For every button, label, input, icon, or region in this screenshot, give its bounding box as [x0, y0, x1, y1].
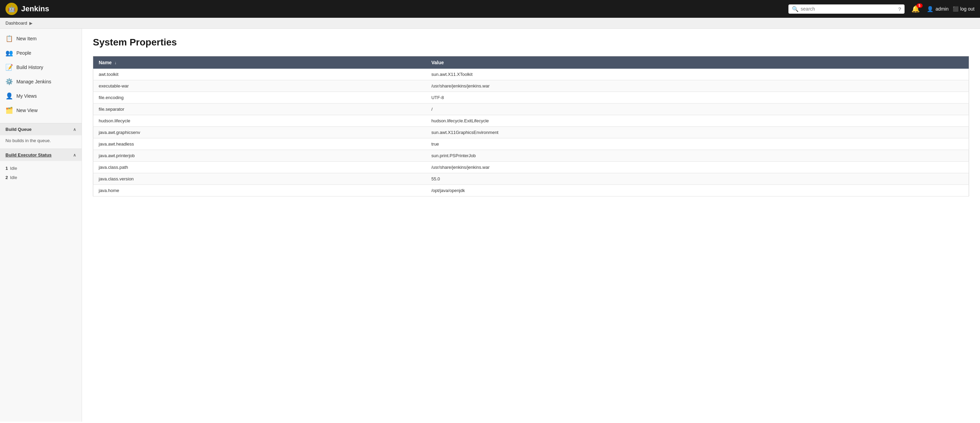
build-queue-section: Build Queue ∧ No builds in the queue.	[0, 123, 82, 146]
build-queue-chevron: ∧	[73, 127, 76, 132]
build-executor-section: Build Executor Status ∧ 1Idle2Idle	[0, 148, 82, 185]
notifications-badge: 5	[916, 3, 923, 8]
build-executor-chevron: ∧	[73, 153, 76, 158]
property-name: java.awt.printerjob	[93, 150, 426, 161]
build-executor-header[interactable]: Build Executor Status ∧	[0, 149, 82, 161]
username-label: admin	[935, 6, 948, 12]
executor-num: 1	[5, 166, 8, 171]
user-area: 👤 admin	[927, 6, 948, 12]
table-row: file.encodingUTF-8	[93, 92, 969, 104]
table-row: java.class.path/usr/share/jenkins/jenkin…	[93, 161, 969, 173]
sidebar-item-label: New Item	[16, 36, 37, 42]
executor-item-1: 1Idle	[5, 164, 76, 173]
manage-jenkins-icon: ⚙️	[5, 78, 13, 85]
search-input[interactable]	[801, 6, 896, 12]
app-header: 🤖 Jenkins 🔍 ? 🔔 5 👤 admin ⬛ log out	[0, 0, 980, 18]
sidebar-item-people[interactable]: 👥People	[0, 46, 82, 60]
property-name: file.encoding	[93, 92, 426, 104]
table-row: java.awt.graphicsenvsun.awt.X11GraphicsE…	[93, 127, 969, 138]
build-history-icon: 📝	[5, 64, 13, 71]
col-header-value: Value	[426, 56, 969, 69]
table-row: file.separator/	[93, 104, 969, 115]
sidebar: 📋New Item👥People📝Build History⚙️Manage J…	[0, 29, 82, 421]
jenkins-logo-icon: 🤖	[5, 3, 18, 15]
table-row: hudson.lifecyclehudson.lifecycle.ExitLif…	[93, 115, 969, 127]
property-value: /	[426, 104, 969, 115]
property-value: hudson.lifecycle.ExitLifecycle	[426, 115, 969, 127]
property-name: awt.toolkit	[93, 69, 426, 80]
property-value: sun.awt.X11GraphicsEnvironment	[426, 127, 969, 138]
property-name: hudson.lifecycle	[93, 115, 426, 127]
main-layout: 📋New Item👥People📝Build History⚙️Manage J…	[0, 29, 980, 421]
table-row: java.home/opt/java/openjdk	[93, 185, 969, 196]
sidebar-item-label: People	[16, 50, 32, 56]
build-queue-header[interactable]: Build Queue ∧	[0, 123, 82, 135]
breadcrumb-separator: ▶	[29, 21, 32, 26]
new-view-icon: 🗂️	[5, 107, 13, 114]
property-value: sun.print.PSPrinterJob	[426, 150, 969, 161]
search-icon: 🔍	[792, 6, 799, 12]
table-row: executable-war/usr/share/jenkins/jenkins…	[93, 80, 969, 92]
property-name: java.class.path	[93, 161, 426, 173]
build-queue-empty: No builds in the queue.	[5, 138, 51, 143]
sidebar-item-label: Manage Jenkins	[16, 79, 51, 85]
executor-status: Idle	[10, 175, 17, 180]
property-value: 55.0	[426, 173, 969, 185]
sidebar-item-new-view[interactable]: 🗂️New View	[0, 103, 82, 118]
property-value: UTF-8	[426, 92, 969, 104]
page-title: System Properties	[93, 37, 969, 48]
col-header-name: Name ↓	[93, 56, 426, 69]
build-executor-label: Build Executor Status	[5, 152, 52, 158]
sidebar-nav: 📋New Item👥People📝Build History⚙️Manage J…	[0, 29, 82, 120]
people-icon: 👥	[5, 49, 13, 57]
table-row: java.awt.headlesstrue	[93, 138, 969, 150]
system-properties-table: Name ↓ Value awt.toolkitsun.awt.X11.XToo…	[93, 56, 969, 196]
property-value: sun.awt.X11.XToolkit	[426, 69, 969, 80]
sidebar-item-new-item[interactable]: 📋New Item	[0, 32, 82, 46]
sidebar-item-build-history[interactable]: 📝Build History	[0, 60, 82, 75]
sidebar-item-my-views[interactable]: 👤My Views	[0, 89, 82, 103]
table-row: awt.toolkitsun.awt.X11.XToolkit	[93, 69, 969, 80]
property-value: /opt/java/openjdk	[426, 185, 969, 196]
property-name: java.awt.graphicsenv	[93, 127, 426, 138]
new-item-icon: 📋	[5, 35, 13, 42]
executor-item-2: 2Idle	[5, 173, 76, 182]
build-queue-label: Build Queue	[5, 127, 32, 132]
sidebar-item-label: My Views	[16, 93, 37, 99]
property-name: java.home	[93, 185, 426, 196]
app-name: Jenkins	[21, 5, 49, 13]
breadcrumb: Dashboard ▶	[0, 18, 980, 29]
executor-num: 2	[5, 175, 8, 180]
sidebar-item-label: Build History	[16, 65, 43, 70]
executor-status: Idle	[10, 166, 17, 171]
property-name: file.separator	[93, 104, 426, 115]
sort-arrow-icon[interactable]: ↓	[115, 61, 116, 65]
property-value: true	[426, 138, 969, 150]
property-name: java.awt.headless	[93, 138, 426, 150]
logout-label: log out	[960, 6, 975, 12]
property-name: java.class.version	[93, 173, 426, 185]
app-logo[interactable]: 🤖 Jenkins	[5, 3, 49, 15]
property-value: /usr/share/jenkins/jenkins.war	[426, 80, 969, 92]
property-value: /usr/share/jenkins/jenkins.war	[426, 161, 969, 173]
main-content: System Properties Name ↓ Value awt.toolk…	[82, 29, 980, 421]
build-executor-content: 1Idle2Idle	[0, 161, 82, 185]
build-queue-content: No builds in the queue.	[0, 135, 82, 146]
search-bar: 🔍 ?	[788, 5, 905, 14]
table-row: java.awt.printerjobsun.print.PSPrinterJo…	[93, 150, 969, 161]
notifications-button[interactable]: 🔔 5	[908, 3, 923, 14]
sidebar-item-label: New View	[16, 108, 38, 113]
table-row: java.class.version55.0	[93, 173, 969, 185]
property-name: executable-war	[93, 80, 426, 92]
search-help-icon[interactable]: ?	[898, 6, 901, 12]
my-views-icon: 👤	[5, 92, 13, 100]
user-icon: 👤	[927, 6, 934, 12]
breadcrumb-dashboard-link[interactable]: Dashboard	[5, 21, 27, 26]
logout-button[interactable]: ⬛ log out	[953, 6, 975, 12]
sidebar-item-manage-jenkins[interactable]: ⚙️Manage Jenkins	[0, 75, 82, 89]
system-properties-body: awt.toolkitsun.awt.X11.XToolkitexecutabl…	[93, 69, 969, 196]
logout-icon: ⬛	[953, 6, 958, 12]
